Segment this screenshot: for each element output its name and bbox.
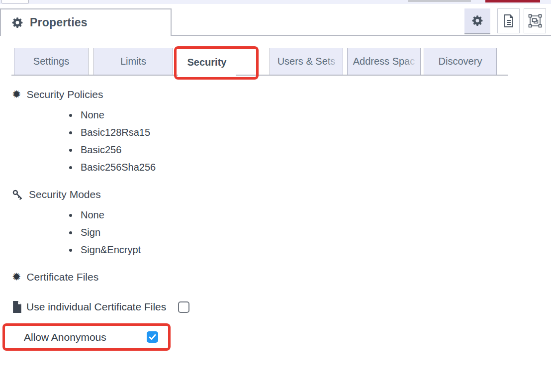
tab-users-settings[interactable]: Users & Sets <box>270 48 343 75</box>
document-tool-button[interactable] <box>497 8 520 33</box>
tab-label: Security <box>187 57 227 68</box>
partial-red-button[interactable] <box>485 0 540 2</box>
tab-address-space[interactable]: Address Spac <box>347 48 421 75</box>
tab-label: Users & Sets <box>277 56 336 67</box>
list-item: None <box>79 208 551 221</box>
gear-icon <box>11 16 24 29</box>
properties-header-tab: Properties <box>0 8 172 36</box>
list-item: Sign <box>79 226 551 239</box>
section-heading-security-modes: Security Modes <box>12 189 551 200</box>
certificate-seal-icon: ✹ <box>12 89 21 100</box>
option-label: Use individual Certificate Files <box>26 301 166 313</box>
security-policies-list: None Basic128Rsa15 Basic256 Basic256Sha2… <box>12 108 551 174</box>
list-item: Basic256 <box>79 143 551 156</box>
gear-icon <box>471 14 484 27</box>
security-tab-content: ✹ Security Policies None Basic128Rsa15 B… <box>0 76 551 351</box>
tab-label: Settings <box>33 56 69 67</box>
section-title: Certificate Files <box>26 271 98 283</box>
toolbar <box>464 8 546 34</box>
red-annotation-allow-anonymous: Allow Anonymous <box>2 323 171 351</box>
list-item: Sign&Encrypt <box>79 243 551 256</box>
certificate-seal-icon: ✹ <box>12 272 21 283</box>
group-select-icon <box>528 14 542 28</box>
tab-label: Limits <box>120 56 146 67</box>
partial-top-left-button[interactable] <box>1 0 29 3</box>
top-partial-strip <box>0 0 551 4</box>
tab-discovery[interactable]: Discovery <box>424 48 497 75</box>
section-heading-security-policies: ✹ Security Policies <box>12 89 551 100</box>
security-modes-list: None Sign Sign&Encrypt <box>12 208 551 256</box>
list-item: Basic128Rsa15 <box>79 126 551 139</box>
option-label: Allow Anonymous <box>24 331 106 343</box>
file-icon <box>12 301 21 313</box>
document-icon <box>503 14 515 28</box>
list-item: Basic256Sha256 <box>79 161 551 174</box>
tab-limits[interactable]: Limits <box>93 48 173 75</box>
partial-gray-bar <box>408 0 471 2</box>
section-title: Security Policies <box>26 89 103 100</box>
list-item: None <box>79 108 551 121</box>
tab-settings[interactable]: Settings <box>14 48 89 75</box>
tab-security[interactable]: Security <box>178 48 236 77</box>
allow-anonymous-checkbox[interactable] <box>147 331 158 343</box>
tab-label: Discovery <box>439 56 482 67</box>
use-individual-certificate-files-row: Use individual Certificate Files <box>12 301 551 313</box>
group-select-tool-button[interactable] <box>524 8 546 33</box>
page-title: Properties <box>30 16 88 29</box>
checkmark-icon <box>148 333 157 341</box>
section-heading-certificate-files: ✹ Certificate Files <box>12 271 551 283</box>
section-title: Security Modes <box>29 189 101 200</box>
key-icon <box>12 189 23 200</box>
properties-tool-button[interactable] <box>464 8 490 34</box>
tab-label: Address Spac <box>353 56 415 67</box>
use-individual-certificate-files-checkbox[interactable] <box>178 301 189 313</box>
properties-panel: Properties <box>0 0 551 392</box>
header: Properties <box>0 4 551 36</box>
tab-bar: Settings Limits Security Users & Sets Ad… <box>0 36 551 76</box>
